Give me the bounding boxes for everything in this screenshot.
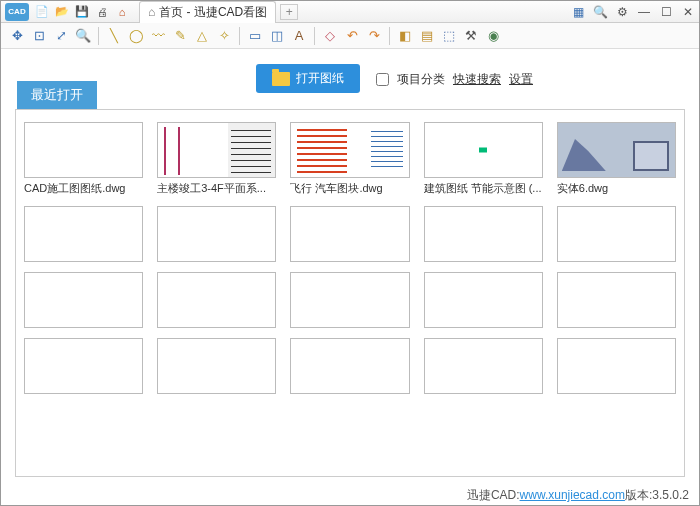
tool-pan-icon[interactable]: ✥ [7,26,27,46]
zoom-out-icon[interactable]: 🔍 [593,5,607,19]
status-url-link[interactable]: www.xunjiecad.com [520,488,625,502]
file-name: 主楼竣工3-4F平面系... [157,181,276,196]
file-thumbnail[interactable] [557,122,676,178]
empty-slot [557,206,676,262]
tool-book-icon[interactable]: ▤ [417,26,437,46]
tool-polyline-icon[interactable]: 〰 [148,26,168,46]
project-category-label: 项目分类 [397,71,445,88]
file-item[interactable]: 飞行 汽车图块.dwg [290,122,409,196]
tool-zoom-window-icon[interactable]: ⊡ [29,26,49,46]
tool-image-icon[interactable]: ▭ [245,26,265,46]
titlebar-quick-icons: 📄 📂 💾 🖨 ⌂ [35,5,129,19]
recent-files-panel: CAD施工图图纸.dwg 主楼竣工3-4F平面系... 飞行 汽车图块.dwg … [15,109,685,477]
folder-open-icon [272,72,290,86]
tool-undo-icon[interactable]: ↶ [342,26,362,46]
empty-slot [424,206,543,262]
content-area: 打开图纸 项目分类 快速搜索 设置 最近打开 CAD施工图图纸.dwg 主楼竣工… [1,49,699,485]
empty-slot [424,338,543,394]
file-grid: CAD施工图图纸.dwg 主楼竣工3-4F平面系... 飞行 汽车图块.dwg … [24,122,676,394]
file-thumbnail[interactable] [290,122,409,178]
recent-open-label: 最近打开 [17,81,97,109]
tab-home[interactable]: ⌂ 首页 - 迅捷CAD看图 [139,1,276,23]
tool-erase-icon[interactable]: ◇ [320,26,340,46]
empty-slot [157,272,276,328]
view-options: 项目分类 快速搜索 设置 [376,71,533,88]
file-thumbnail[interactable] [424,122,543,178]
open-drawing-label: 打开图纸 [296,70,344,87]
new-file-icon[interactable]: 📄 [35,5,49,19]
tool-zoom-extents-icon[interactable]: ⤢ [51,26,71,46]
tool-extra-icon[interactable]: ▦ [571,5,585,19]
file-item[interactable]: 建筑图纸 节能示意图 (... [424,122,543,196]
file-name: CAD施工图图纸.dwg [24,181,143,196]
file-name: 飞行 汽车图块.dwg [290,181,409,196]
home-icon: ⌂ [148,5,155,19]
empty-slot [24,338,143,394]
empty-slot [157,338,276,394]
tool-divider-icon[interactable]: ✧ [214,26,234,46]
minimize-button[interactable]: — [637,5,651,19]
status-version: 3.5.0.2 [652,488,689,502]
tool-circle-icon[interactable]: ◯ [126,26,146,46]
file-name: 建筑图纸 节能示意图 (... [424,181,543,196]
print-icon[interactable]: 🖨 [95,5,109,19]
new-tab-button[interactable]: + [280,4,298,20]
settings-gear-icon[interactable]: ⚙ [615,5,629,19]
tool-layers-icon[interactable]: ◧ [395,26,415,46]
maximize-button[interactable]: ☐ [659,5,673,19]
empty-slot [290,338,409,394]
home-misc-icon[interactable]: ⌂ [115,5,129,19]
close-button[interactable]: ✕ [681,5,695,19]
tool-zoom-icon[interactable]: 🔍 [73,26,93,46]
empty-slot [557,272,676,328]
empty-slot [290,206,409,262]
open-folder-icon[interactable]: 📂 [55,5,69,19]
empty-slot [557,338,676,394]
tool-redo-icon[interactable]: ↷ [364,26,384,46]
file-name: 实体6.dwg [557,181,676,196]
empty-slot [424,272,543,328]
status-version-label: 版本: [625,487,652,504]
tool-angle-icon[interactable]: △ [192,26,212,46]
save-icon[interactable]: 💾 [75,5,89,19]
toolbar: ✥ ⊡ ⤢ 🔍 ╲ ◯ 〰 ✎ △ ✧ ▭ ◫ A ◇ ↶ ↷ ◧ ▤ ⬚ ⚒ … [1,23,699,49]
empty-slot [157,206,276,262]
open-drawing-button[interactable]: 打开图纸 [256,64,360,93]
settings-link[interactable]: 设置 [509,71,533,88]
status-app-name: 迅捷CAD: [467,487,520,504]
empty-slot [24,272,143,328]
tool-frame-icon[interactable]: ◫ [267,26,287,46]
window-controls: ▦ 🔍 ⚙ — ☐ ✕ [571,5,695,19]
statusbar: 迅捷CAD: www.xunjiecad.com 版本: 3.5.0.2 [1,485,699,505]
tool-3d-icon[interactable]: ⬚ [439,26,459,46]
file-item[interactable]: CAD施工图图纸.dwg [24,122,143,196]
quick-search-link[interactable]: 快速搜索 [453,71,501,88]
tool-text-icon[interactable]: A [289,26,309,46]
tool-globe-icon[interactable]: ◉ [483,26,503,46]
empty-slot [290,272,409,328]
file-thumbnail[interactable] [157,122,276,178]
tool-measure-icon[interactable]: ✎ [170,26,190,46]
empty-slot [24,206,143,262]
file-thumbnail[interactable] [24,122,143,178]
project-category-checkbox[interactable] [376,73,389,86]
tool-settings-icon[interactable]: ⚒ [461,26,481,46]
tool-line-icon[interactable]: ╲ [104,26,124,46]
file-item[interactable]: 实体6.dwg [557,122,676,196]
titlebar: CAD 📄 📂 💾 🖨 ⌂ ⌂ 首页 - 迅捷CAD看图 + ▦ 🔍 ⚙ — ☐… [1,1,699,23]
file-item[interactable]: 主楼竣工3-4F平面系... [157,122,276,196]
tab-title: 首页 - 迅捷CAD看图 [159,4,267,21]
app-logo: CAD [5,3,29,21]
